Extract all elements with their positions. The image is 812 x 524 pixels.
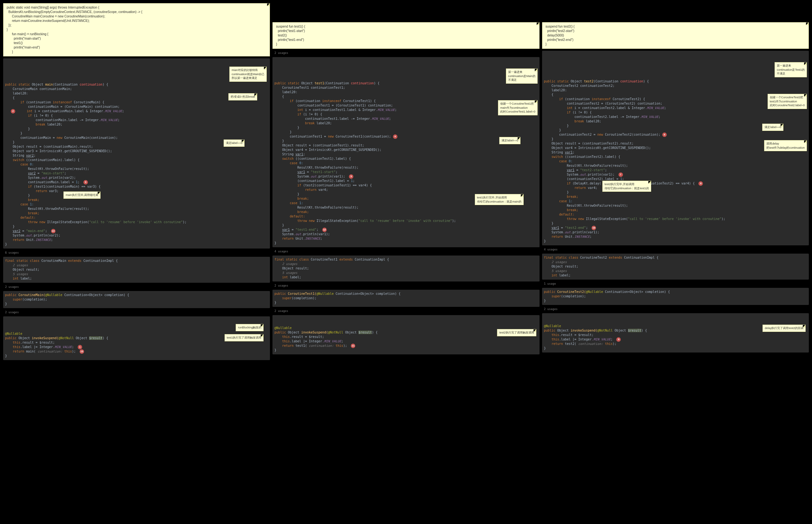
type-ct1: CoroutineTest1 [343, 99, 370, 103]
brk3-t2: break; [567, 208, 578, 212]
ctn-t1: CoroutineTest1 [311, 258, 337, 261]
out-t1: .out. [309, 175, 318, 178]
sys: System [28, 176, 39, 179]
badge-14: 14 [51, 229, 55, 233]
res-t2: Object result = (continuationTest2).resu… [552, 142, 634, 145]
kw-break3: break; [28, 211, 39, 215]
kw-switch: switch [13, 158, 24, 162]
const-min2: .MIN_VALUE [99, 118, 118, 122]
sys-t1: System [298, 175, 309, 178]
sub-t1: continuationTest1.label -= Integer [305, 117, 370, 120]
line-tof2: ResultKt.throwOnFailure(result); [28, 207, 89, 211]
eq2-t2: = [559, 226, 565, 230]
arg-t2: continuation [620, 80, 643, 83]
brk2-t1: break; [298, 197, 309, 200]
badge-13: 13 [80, 349, 84, 354]
str-t1s: "test1-start" [311, 170, 336, 174]
annotation-label0: 满足label==0 [224, 140, 245, 147]
c0-t2: case [559, 160, 567, 163]
code-class-CoroutineTest1: final static class CoroutineTest1 extend… [272, 256, 539, 281]
nn-t1: @NotNull [328, 331, 343, 334]
out-t2: .out. [578, 173, 588, 176]
hint-2usages-c: 2 usages [3, 310, 270, 314]
kw-default: default: [20, 216, 35, 219]
kw-pso-t1: public static [274, 81, 299, 85]
annotation-delay-callback: delay执行完了调用test2的回调 [763, 325, 806, 332]
param-cont: (Continuation [53, 83, 78, 86]
sr-t2: $result [628, 329, 641, 332]
vp2-t1: (var1); [317, 232, 330, 236]
brk-t2: break [574, 119, 584, 123]
var2-assign: var2 [28, 171, 35, 175]
code-test1-method: 第一遍进来 continuation是Main的 不满足 创建一个Corouti… [272, 57, 539, 247]
type-obj: Object [18, 336, 30, 340]
c1n-t1: 1: [299, 201, 303, 205]
nul-t1: @Nullable [274, 326, 291, 330]
cimpl: ContinuationImpl { [83, 259, 118, 262]
call-test1: (test1(continuationMain) == var3) { [34, 185, 100, 188]
lbl1-t1: (continuationTest1).label = [298, 179, 351, 183]
def-t2: default: [559, 213, 574, 216]
str-t1e: "test1-end" [296, 228, 317, 231]
annotation-test2-end: test2执行完毕,开始调用 传给它的continuation：就是test1的 [602, 181, 651, 192]
decl-continuationMain: CoroutineMain continuationMain; [13, 87, 72, 91]
annotation-test1-callback: test1执行完了调用触发调用 [225, 334, 264, 341]
arg-continuation: continuation [80, 83, 102, 86]
v1a-t1: var1 [298, 170, 305, 174]
obj-t2: Object [571, 80, 582, 83]
badge-3: 3 [83, 180, 88, 184]
rv4-t1: return [305, 188, 318, 192]
str-main-end: "main-end" [26, 229, 45, 233]
fn-test1: test1 [315, 81, 324, 85]
brk2-t2: break; [567, 195, 578, 198]
spacer [272, 3, 539, 20]
eq-me: = [20, 229, 26, 233]
sys2-t2: System [552, 230, 563, 234]
is-t2: invokeSuspend( [571, 329, 597, 332]
println2-arg: (var2); [47, 234, 60, 237]
tof-t1: ResultKt.throwOnFailure(result); [298, 166, 359, 169]
v1-t2: var1 [565, 151, 573, 154]
cimpl-t1: ContinuationImpl { [355, 258, 389, 261]
code-invokeSuspend-main: runBlocking触发的 test1执行完了调用触发调用 @Nullable… [3, 316, 270, 360]
sw-t2: switch [552, 155, 563, 159]
c0-t1: case [290, 161, 298, 165]
arg-result: $result [89, 336, 102, 340]
badge-5: 5 [349, 174, 353, 179]
decl-var2: var2 [26, 154, 34, 157]
unit-t2: Unit [565, 235, 573, 239]
num-1: 1 [76, 180, 78, 184]
code-class-CoroutineMain: final static class CoroutineMain extends… [3, 257, 270, 283]
ores-t2: Object result; [552, 265, 578, 268]
ctn-t2: CoroutineTest2 [580, 256, 607, 259]
note-test2-source: suspend fun test2() { println("test2-sta… [542, 22, 809, 49]
kw-pso-t2: public static [544, 80, 569, 83]
fn-invokeSuspend: invokeSuspend( [32, 336, 58, 340]
kw-int: int [27, 109, 32, 113]
kw-public2: public [5, 336, 16, 340]
one-t1: 1 [351, 179, 353, 183]
thr-t1: throw new [298, 219, 315, 223]
cast-t1: continuationTest1 = (CoroutineTest1) con… [298, 104, 393, 107]
ise-t1: IllegalStateException( [317, 219, 359, 223]
ctor-arg: Continuation<Object> completion) { [64, 293, 129, 297]
pct-t2: public [544, 290, 555, 294]
cont-t1: (Continuation [324, 81, 349, 85]
nct-pre-t2: continuationTest2 = [559, 133, 597, 136]
tof-t2: ResultKt.throwOnFailure(result); [567, 164, 628, 167]
decl-ct1: CoroutineTest1 continuationTest1; [282, 86, 345, 89]
v1e-t1: var1 [282, 228, 290, 231]
tof2-t2: ResultKt.throwOnFailure(result); [567, 204, 628, 207]
column-test2: suspend fun test2() { println("test2-sta… [542, 3, 809, 360]
ret-t1: return [282, 237, 293, 240]
this-t1: this [336, 344, 343, 347]
line-cast: continuationMain = (CoroutineMain) conti… [28, 105, 120, 109]
type-object: Object [32, 83, 43, 86]
sub-t2: continuationTest2.label -= Integer [574, 115, 639, 118]
kw-case0: case [20, 163, 28, 166]
annotation-main-special: mian对应的比较特殊 continuation就是Main自己 所以第一遍进来… [229, 67, 267, 82]
ctc-t1: CoroutineTest1( [288, 292, 316, 295]
ann-nullable2: @Nullable [5, 332, 22, 335]
instance: .INSTANCE [34, 238, 51, 242]
ann-nullable: @Nullable [45, 293, 62, 297]
